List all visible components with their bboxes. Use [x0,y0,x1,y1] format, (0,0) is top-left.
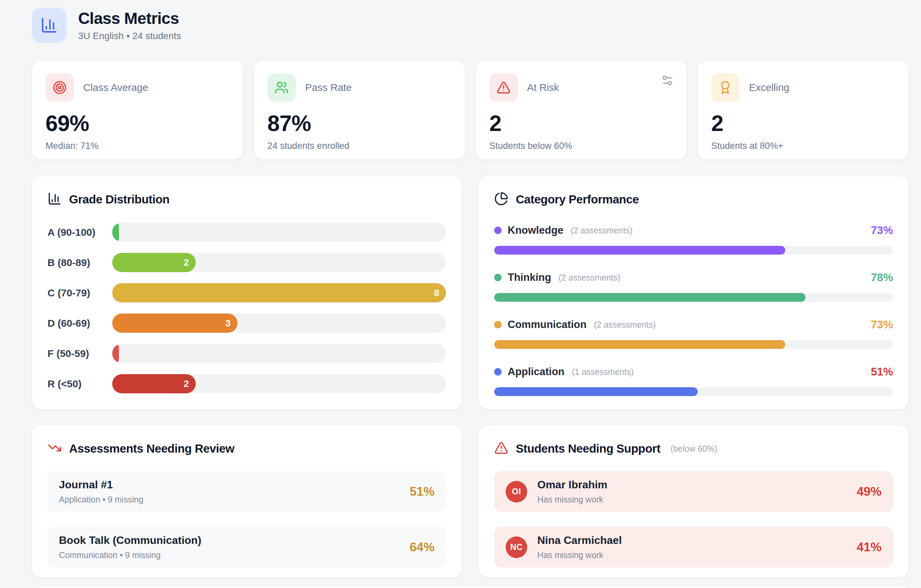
page-subtitle: 3U English • 24 students [78,31,181,41]
student-item-omar-ibrahim[interactable]: OI Omar Ibrahim Has missing work 49% [494,471,893,512]
grade-bar: 8 [112,283,446,302]
category-bar [494,246,785,255]
panel-title: Students Needing Support [516,442,660,455]
bar-chart-icon [32,8,67,43]
users-icon [267,73,296,102]
avatar: OI [506,481,527,502]
grade-bar: 3 [112,313,238,333]
grade-row-a: A (90-100) [47,223,446,242]
category-performance-panel: Category Performance Knowledge (2 assess… [478,176,909,409]
category-name: Application [508,366,565,378]
category-name: Communication [508,318,586,331]
sliders-icon[interactable] [661,74,674,88]
student-percent: 41% [857,540,882,554]
grade-row-label: B (80-89) [47,257,112,268]
assessment-meta: Communication • 9 missing [59,550,202,560]
grade-bar-track: 2 [112,253,446,272]
bar-chart-icon [47,192,62,207]
assessment-percent: 51% [410,485,434,499]
stat-label: Pass Rate [305,82,352,93]
award-icon [711,73,739,102]
page-header: Class Metrics 3U English • 24 students [32,8,909,43]
category-bar-track [494,387,893,396]
alert-triangle-icon [490,73,518,102]
category-bar-track [494,246,893,255]
panel-title: Category Performance [516,193,639,206]
stat-subtext: 24 students enrolled [267,141,451,151]
category-bar-track [494,340,893,349]
category-dot [494,368,501,375]
category-meta: (2 assessments) [571,226,632,236]
category-row-application: Application (1 assessments) 51% [494,365,893,396]
grade-bar-track [112,344,446,363]
category-name: Knowledge [508,224,563,236]
grade-row-label: D (60-69) [47,318,112,329]
panel-title: Assessments Needing Review [69,442,234,455]
stat-label: Class Average [83,82,148,93]
category-percent: 73% [871,224,893,237]
panel-title: Grade Distribution [69,193,169,206]
student-percent: 49% [857,485,882,499]
stat-subtext: Students at 80%+ [711,141,895,151]
category-dot [494,227,501,234]
pie-chart-icon [494,192,508,207]
grade-row-label: C (70-79) [47,287,112,299]
category-percent: 78% [871,271,893,284]
grade-bar-track: 2 [112,374,446,393]
category-dot [494,321,501,328]
category-performance-chart: Knowledge (2 assessments) 73% Thinking (… [494,224,893,396]
stat-card-pass-rate: Pass Rate 87% 24 students enrolled [254,60,465,160]
category-meta: (1 assessments) [572,367,634,377]
grade-bar: 2 [112,374,196,393]
student-name: Omar Ibrahim [537,479,607,491]
stat-card-class-average: Class Average 69% Median: 71% [32,60,243,160]
grade-distribution-chart: A (90-100) B (80-89) 2 C (70-79) 8 [47,223,446,393]
grade-distribution-panel: Grade Distribution A (90-100) B (80-89) … [32,176,462,409]
category-row-knowledge: Knowledge (2 assessments) 73% [494,224,893,255]
assessments-review-panel: Assessments Needing Review Journal #1 Ap… [32,425,462,578]
student-meta: Has missing work [537,495,607,505]
stat-label: At Risk [527,82,559,93]
grade-bar [112,344,119,363]
category-bar-track [494,293,893,302]
stat-card-at-risk: At Risk 2 Students below 60% [476,60,687,160]
category-percent: 51% [871,365,893,378]
grade-row-f: F (50-59) [47,344,446,363]
category-bar [494,340,785,349]
assessment-meta: Application • 9 missing [59,495,143,505]
target-icon [46,73,74,102]
assessment-name: Book Talk (Communication) [59,534,202,547]
category-meta: (2 assessments) [594,320,656,330]
grade-row-r: R (<50) 2 [47,374,446,393]
stats-row: Class Average 69% Median: 71% Pass Rate … [32,60,909,160]
stat-value: 69% [46,110,229,136]
grade-bar: 2 [112,253,196,272]
stat-value: 2 [711,110,895,136]
grade-bar-track [112,223,446,242]
alert-triangle-icon [494,441,508,456]
assessment-item-book-talk[interactable]: Book Talk (Communication) Communication … [47,527,446,567]
stat-subtext: Median: 71% [46,141,229,151]
grade-row-label: F (50-59) [47,348,112,359]
panel-qualifier: (below 60%) [670,444,717,454]
stat-label: Excelling [749,82,789,93]
grade-row-d: D (60-69) 3 [47,313,446,333]
student-item-nina-carmichael[interactable]: NC Nina Carmichael Has missing work 41% [494,527,893,567]
grade-row-label: R (<50) [47,378,112,390]
students-support-panel: Students Needing Support (below 60%) OI … [478,425,909,578]
student-name: Nina Carmichael [537,534,622,547]
stat-card-excelling: Excelling 2 Students at 80%+ [697,60,909,160]
grade-bar-track: 3 [112,313,446,333]
category-row-thinking: Thinking (2 assessments) 78% [494,271,893,302]
stat-subtext: Students below 60% [490,141,674,151]
assessment-item-journal-1[interactable]: Journal #1 Application • 9 missing 51% [47,471,446,512]
category-name: Thinking [508,271,551,284]
student-meta: Has missing work [537,550,622,560]
next-section-card-edge [38,586,909,588]
stat-value: 2 [490,110,674,136]
category-row-communication: Communication (2 assessments) 73% [494,318,893,349]
trending-down-icon [47,441,62,456]
assessment-name: Journal #1 [59,479,143,491]
class-metrics-dashboard: Class Metrics 3U English • 24 students C… [0,0,921,578]
assessment-percent: 64% [410,540,434,554]
